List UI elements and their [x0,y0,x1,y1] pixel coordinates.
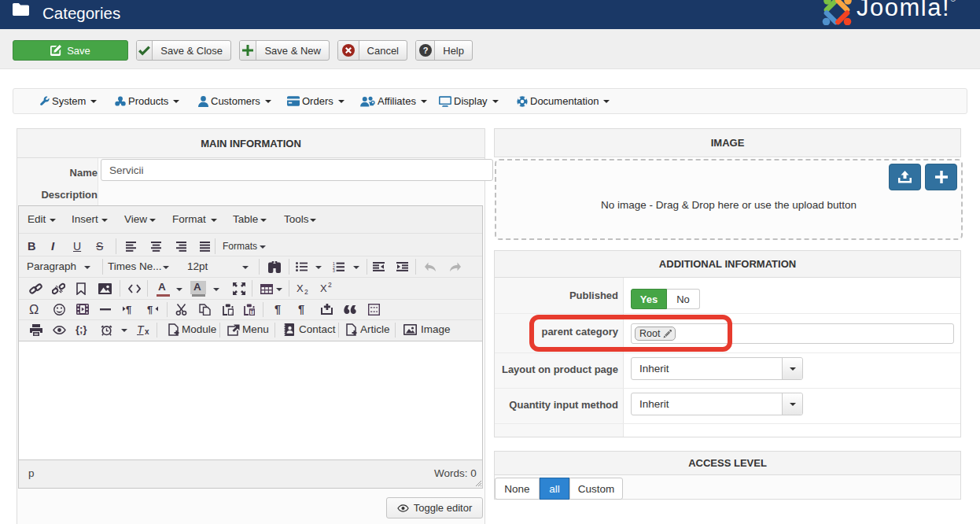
svg-text:3: 3 [333,268,335,272]
svg-text:¶: ¶ [126,304,131,315]
svg-text:?: ? [422,46,428,55]
svg-text:¶: ¶ [147,304,153,315]
